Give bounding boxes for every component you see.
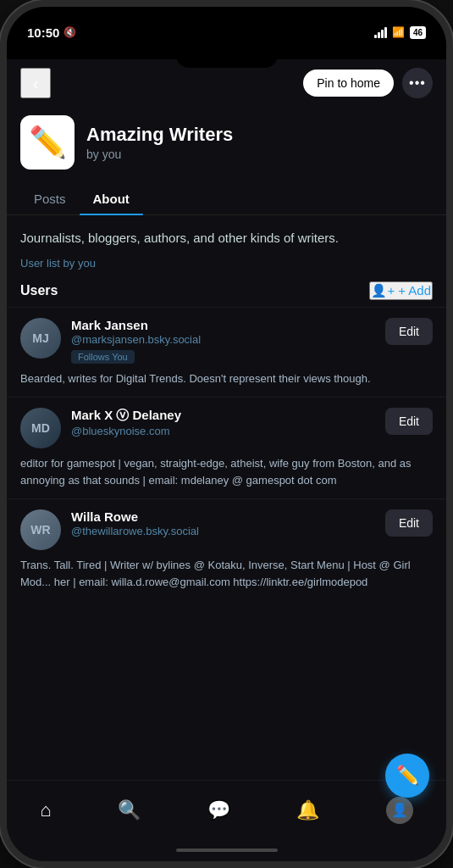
profile-name: Amazing Writers (86, 124, 233, 146)
user-bio: Bearded, writes for Digital Trends. Does… (20, 370, 433, 387)
follows-badge: Follows You (71, 350, 135, 364)
edit-user-button[interactable]: Edit (385, 318, 433, 345)
about-section: Journalists, bloggers, authors, and othe… (7, 215, 446, 270)
user-name: Willa Rowe (71, 509, 375, 524)
profile-info: Amazing Writers by you (86, 124, 233, 161)
signal-icon (374, 27, 387, 38)
scroll-content: Journalists, bloggers, authors, and othe… (7, 215, 446, 780)
app-content: ‹ Pin to home ••• ✏️ Amazing Writers by … (7, 59, 446, 861)
back-button[interactable]: ‹ (20, 68, 51, 98)
user-info: Willa Rowe @thewillarowe.bsky.social (71, 509, 375, 537)
list-item: WR Willa Rowe @thewillarowe.bsky.social … (7, 498, 446, 600)
user-list-label: User list by you (20, 257, 433, 270)
nav-right: Pin to home ••• (303, 68, 433, 98)
edit-icon: ✏️ (396, 765, 419, 787)
user-handle: @blueskynoise.com (71, 425, 375, 437)
user-bio: Trans. Tall. Tired | Writer w/ bylines @… (20, 557, 433, 590)
tab-about[interactable]: About (80, 183, 143, 214)
list-item: MJ Mark Jansen @marksjansen.bsky.social … (7, 307, 446, 398)
chat-icon: 💬 (207, 799, 230, 821)
user-handle: @marksjansen.bsky.social (71, 333, 375, 346)
add-user-button[interactable]: 👤+ + Add (369, 281, 433, 300)
user-info: Mark X ⓥ Delaney @blueskynoise.com (71, 408, 375, 437)
status-time: 10:50 🔇 (27, 25, 76, 40)
avatar: MD (20, 408, 61, 448)
status-icons: 📶 46 (374, 26, 426, 39)
nav-notifications[interactable]: 🔔 (283, 793, 333, 828)
profile-header: ✏️ Amazing Writers by you (7, 107, 446, 170)
user-info: Mark Jansen @marksjansen.bsky.social Fol… (71, 318, 375, 364)
users-header: Users 👤+ + Add (7, 270, 446, 307)
avatar: WR (20, 509, 61, 550)
avatar: MJ (20, 318, 61, 359)
more-options-button[interactable]: ••• (402, 68, 433, 98)
profile-icon: ✏️ (20, 115, 75, 170)
edit-user-button[interactable]: Edit (385, 509, 433, 537)
about-description: Journalists, bloggers, authors, and othe… (20, 229, 433, 248)
add-user-icon: 👤+ (371, 283, 395, 298)
nav-chat[interactable]: 💬 (194, 793, 244, 828)
compose-fab[interactable]: ✏️ (385, 754, 429, 798)
user-bio: editor for gamespot | vegan, straight-ed… (20, 455, 433, 488)
user-name: Mark X ⓥ Delaney (71, 408, 375, 424)
bottom-nav: ⌂ 🔍 💬 🔔 👤 (7, 780, 446, 839)
user-top-row: WR Willa Rowe @thewillarowe.bsky.social … (20, 509, 433, 550)
list-item: MD Mark X ⓥ Delaney @blueskynoise.com Ed… (7, 397, 446, 498)
user-handle: @thewillarowe.bsky.social (71, 525, 375, 537)
edit-user-button[interactable]: Edit (385, 408, 433, 435)
nav-search[interactable]: 🔍 (104, 793, 154, 828)
mute-icon: 🔇 (64, 26, 76, 38)
nav-home[interactable]: ⌂ (26, 793, 64, 828)
tabs: Posts About (7, 183, 446, 215)
wifi-icon: 📶 (392, 26, 405, 38)
profile-avatar: 👤 (386, 797, 413, 824)
profile-sub: by you (86, 147, 233, 161)
search-icon: 🔍 (118, 799, 141, 821)
user-top-row: MD Mark X ⓥ Delaney @blueskynoise.com Ed… (20, 408, 433, 448)
bell-icon: 🔔 (296, 799, 319, 821)
dynamic-island (7, 49, 446, 59)
home-indicator (7, 839, 446, 861)
users-section-title: Users (20, 283, 58, 298)
user-name: Mark Jansen (71, 318, 375, 332)
user-top-row: MJ Mark Jansen @marksjansen.bsky.social … (20, 318, 433, 364)
pin-to-home-button[interactable]: Pin to home (303, 70, 394, 97)
home-icon: ⌂ (40, 799, 51, 821)
indicator-bar (176, 849, 278, 852)
battery-indicator: 46 (410, 26, 426, 39)
tab-posts[interactable]: Posts (20, 183, 80, 214)
